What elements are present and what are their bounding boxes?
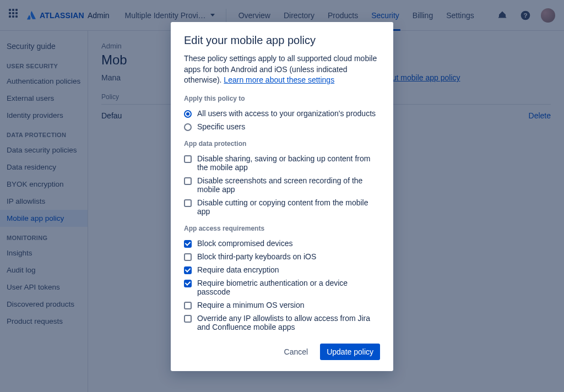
cancel-button[interactable]: Cancel [278,344,315,360]
checkbox-label: Require a minimum OS version [197,301,305,309]
checkbox-label: Override any IP allowlists to allow acce… [197,314,380,331]
modal-overlay[interactable]: Edit your mobile app policy These policy… [0,0,564,392]
radio-icon [184,123,192,131]
edit-policy-modal: Edit your mobile app policy These policy… [171,22,393,371]
radio-label: Specific users [197,122,245,131]
checkbox-icon [184,155,192,163]
modal-description: These policy settings apply to all suppo… [184,53,380,86]
check-access-req-0[interactable]: Block compromised devices [184,237,380,250]
checkbox-label: Disable screenshots and screen recording… [197,176,380,194]
radio-apply-0[interactable]: All users with access to your organizati… [184,107,380,120]
section-access-requirements: App access requirements [184,225,380,232]
checkbox-icon [184,177,192,185]
checkbox-icon [184,280,192,287]
checkbox-label: Disable cutting or copying content from … [197,198,380,216]
checkbox-label: Disable sharing, saving or backing up co… [197,154,380,172]
checkbox-label: Block compromised devices [197,239,293,248]
checkbox-icon [184,302,192,309]
modal-learn-more-link[interactable]: Learn more about these settings [224,75,334,84]
checkbox-label: Block third-party keyboards on iOS [197,252,316,261]
section-data-protection: App data protection [184,140,380,148]
checkbox-label: Require biometric authentication or a de… [197,279,380,296]
check-data-protection-1[interactable]: Disable screenshots and screen recording… [184,174,380,196]
checkbox-icon [184,253,192,261]
check-access-req-5[interactable]: Override any IP allowlists to allow acce… [184,312,380,334]
check-data-protection-2[interactable]: Disable cutting or copying content from … [184,196,380,218]
update-policy-button[interactable]: Update policy [320,344,380,360]
check-access-req-3[interactable]: Require biometric authentication or a de… [184,276,380,298]
check-data-protection-0[interactable]: Disable sharing, saving or backing up co… [184,152,380,174]
section-apply-policy: Apply this policy to [184,95,380,102]
checkbox-label: Require data encryption [197,265,279,274]
check-access-req-4[interactable]: Require a minimum OS version [184,298,380,312]
radio-icon [184,110,192,118]
radio-label: All users with access to your organizati… [197,109,376,118]
check-access-req-1[interactable]: Block third-party keyboards on iOS [184,250,380,263]
check-access-req-2[interactable]: Require data encryption [184,263,380,276]
checkbox-icon [184,266,192,274]
checkbox-icon [184,240,192,248]
radio-apply-1[interactable]: Specific users [184,120,380,133]
modal-title: Edit your mobile app policy [184,34,380,47]
checkbox-icon [184,199,192,207]
checkbox-icon [184,315,192,323]
